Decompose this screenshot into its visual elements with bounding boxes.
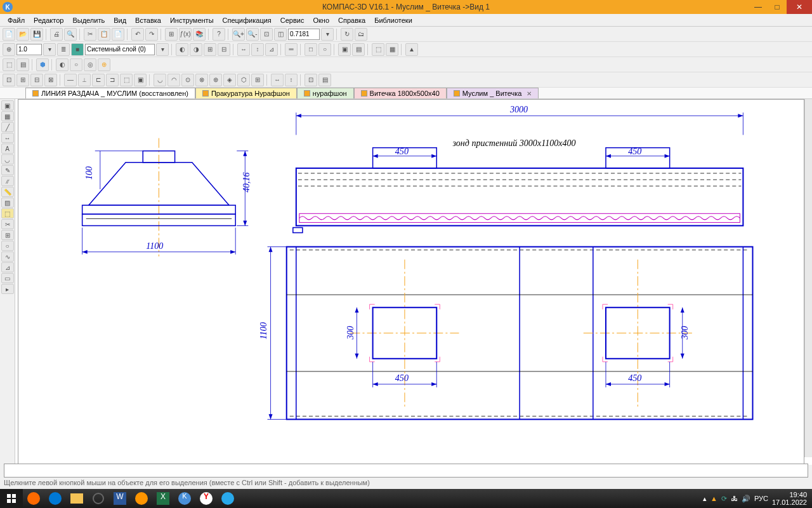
ex-d-icon[interactable]: ◐ (56, 58, 69, 71)
lt-rect-icon[interactable]: ▭ (1, 273, 14, 283)
dim-a-icon[interactable]: ↔ (237, 43, 250, 56)
layer-input[interactable] (85, 44, 155, 55)
geo-i-icon[interactable]: ⬚ (120, 74, 133, 86)
lt-view-icon[interactable]: ⊞ (1, 230, 14, 240)
tree-icon[interactable]: 🗂 (355, 28, 367, 41)
scrollbar-vertical[interactable] (804, 99, 812, 457)
geo-k-icon[interactable]: ◡ (154, 74, 166, 86)
tool-a-icon[interactable]: ◐ (176, 43, 188, 56)
properties-icon[interactable]: ⊞ (165, 28, 178, 41)
menu-spec[interactable]: Спецификация (219, 15, 275, 25)
tab-5[interactable]: Муслим _ Витечка✕ (447, 88, 539, 98)
lt-cut-icon[interactable]: ✂ (1, 219, 14, 229)
layer-color-icon[interactable]: ■ (71, 43, 84, 56)
tool-b-icon[interactable]: ◑ (190, 43, 202, 56)
ex-g-icon[interactable]: ⊕ (98, 58, 110, 71)
geo-v-icon[interactable]: ▤ (318, 74, 331, 86)
maximize-button[interactable]: □ (768, 0, 787, 14)
tab-1[interactable]: ЛИНИЯ РАЗДАЧА _ МУСЛИМ (восстановлен) (25, 88, 195, 98)
geo-o-icon[interactable]: ⊕ (209, 74, 222, 86)
tray-net-icon[interactable]: 🖧 (731, 495, 738, 502)
geo-p-icon[interactable]: ◈ (223, 74, 236, 86)
lt-dim-icon[interactable]: ↔ (1, 133, 14, 143)
lt-circ-icon[interactable]: ○ (1, 241, 14, 251)
zoom-input[interactable] (288, 29, 320, 40)
ex-c-icon[interactable]: ⬢ (36, 58, 49, 71)
tab-2[interactable]: Пракуратура Нурафшон (195, 88, 297, 98)
tool-d-icon[interactable]: ⊟ (218, 43, 230, 56)
scale-input[interactable] (16, 44, 42, 55)
zoom-dropdown-icon[interactable]: ▾ (321, 28, 334, 41)
tray-lang[interactable]: РУС (754, 495, 768, 502)
tab-4[interactable]: Витечка 1800x500x40 (354, 88, 447, 98)
tray-vol-icon[interactable]: 🔊 (742, 495, 750, 503)
taskbar-browser-icon[interactable] (23, 489, 44, 508)
lt-more-icon[interactable]: ▸ (1, 284, 14, 294)
lt-select-icon[interactable]: ▣ (1, 100, 14, 110)
obj-d-icon[interactable]: ▤ (352, 43, 365, 56)
geo-r-icon[interactable]: ⊞ (251, 74, 264, 86)
tray-clock[interactable]: 19:40 17.01.2022 (772, 491, 807, 506)
menu-view[interactable]: Вид (110, 15, 130, 25)
obj-f-icon[interactable]: ▦ (386, 43, 398, 56)
lt-text-icon[interactable]: A (1, 144, 14, 154)
dim-c-icon[interactable]: ⊿ (265, 43, 278, 56)
zoom-fit-icon[interactable]: ⊡ (260, 28, 273, 41)
geo-m-icon[interactable]: ⊙ (181, 74, 194, 86)
zoom-in-icon[interactable]: 🔍+ (232, 28, 245, 41)
taskbar-edge-icon[interactable] (44, 489, 66, 508)
command-input[interactable] (4, 464, 808, 478)
start-button[interactable] (0, 489, 23, 508)
tab-close-icon[interactable]: ✕ (527, 90, 532, 97)
geo-b-icon[interactable]: ⊞ (16, 74, 29, 86)
lt-meas-icon[interactable]: 📏 (1, 187, 14, 197)
taskbar-explorer-icon[interactable] (66, 489, 88, 508)
open-icon[interactable]: 📂 (16, 28, 29, 41)
geo-s-icon[interactable]: ↔ (271, 74, 284, 86)
taskbar-search-icon[interactable] (88, 489, 109, 508)
geo-u-icon[interactable]: ⊡ (304, 74, 317, 86)
ex-e-icon[interactable]: ○ (70, 58, 82, 71)
scale-dropdown-icon[interactable]: ▾ (43, 43, 56, 56)
geo-q-icon[interactable]: ⬡ (237, 74, 250, 86)
geo-n-icon[interactable]: ⊗ (195, 74, 208, 86)
menu-libraries[interactable]: Библиотеки (370, 15, 416, 25)
taskbar-excel-icon[interactable]: X (152, 489, 174, 508)
lt-spl-icon[interactable]: ∿ (1, 251, 14, 262)
tab-3[interactable]: нурафшон (297, 88, 354, 98)
menu-help[interactable]: Справка (334, 15, 369, 25)
lt-ang-icon[interactable]: ⊿ (1, 262, 14, 272)
lt-grid-icon[interactable]: ▦ (1, 111, 14, 121)
geo-c-icon[interactable]: ⊟ (30, 74, 43, 86)
lt-hatch-icon[interactable]: ▨ (1, 197, 14, 208)
lt-edit-icon[interactable]: ✎ (1, 165, 14, 175)
geo-f-icon[interactable]: ⟂ (78, 74, 91, 86)
tray-up-icon[interactable]: ▴ (703, 495, 707, 503)
menu-window[interactable]: Окно (309, 15, 333, 25)
zoom-out-icon[interactable]: 🔍- (246, 28, 259, 41)
taskbar-firefox-icon[interactable] (131, 489, 152, 508)
taskbar-kompas-icon[interactable]: K (174, 489, 195, 508)
layers-icon[interactable]: ≣ (57, 43, 70, 56)
new-icon[interactable]: 📄 (3, 28, 15, 41)
ex-b-icon[interactable]: ▤ (16, 58, 29, 71)
help-icon[interactable]: ? (213, 28, 225, 41)
drawing-canvas[interactable]: 1100 100 40,16 3000 (18, 99, 804, 465)
lt-par-icon[interactable]: ⫽ (1, 176, 14, 186)
redo-icon[interactable]: ↷ (145, 28, 158, 41)
undo-icon[interactable]: ↶ (131, 28, 144, 41)
refresh-icon[interactable]: ↻ (341, 28, 353, 41)
lt-arc-icon[interactable]: ◡ (1, 154, 14, 164)
dim-d-icon[interactable]: ═ (285, 43, 298, 56)
menu-insert[interactable]: Вставка (131, 15, 165, 25)
layer-dropdown-icon[interactable]: ▾ (156, 43, 169, 56)
snap-icon[interactable]: ⊕ (3, 43, 15, 56)
menu-select[interactable]: Выделить (69, 15, 108, 25)
tool-c-icon[interactable]: ⊞ (204, 43, 216, 56)
dim-b-icon[interactable]: ↕ (251, 43, 264, 56)
tray-cloud-icon[interactable]: ▲ (710, 495, 717, 502)
ex-a-icon[interactable]: ⬚ (3, 58, 15, 71)
taskbar-yandex-icon[interactable]: Y (195, 489, 217, 508)
obj-a-icon[interactable]: □ (304, 43, 317, 56)
lt-line-icon[interactable]: ╱ (1, 122, 14, 132)
